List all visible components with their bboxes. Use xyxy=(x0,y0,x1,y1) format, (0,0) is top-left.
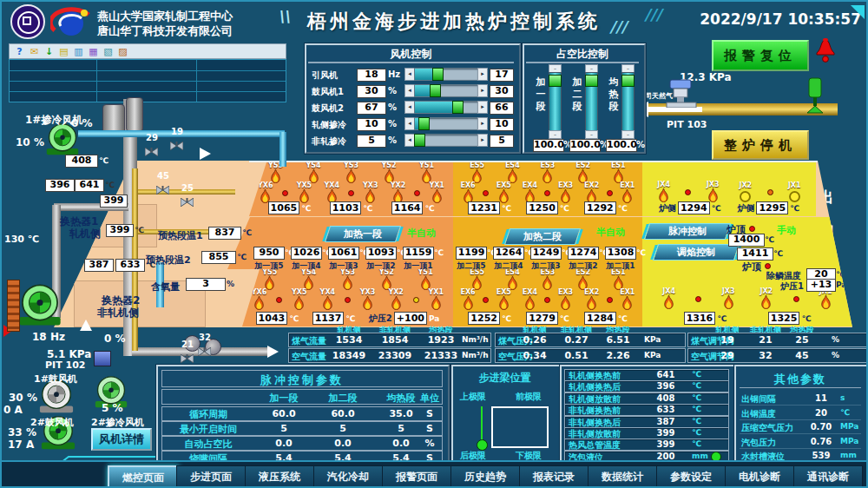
table-cell-value: 1854 xyxy=(369,334,421,346)
fan-slider-thumb[interactable] xyxy=(432,68,444,81)
valve-icon[interactable] xyxy=(170,137,183,146)
zone-temp-unit: ℃ xyxy=(289,314,299,323)
duty-slider-thumb[interactable] xyxy=(621,75,635,87)
pulse-cell-value[interactable]: % xyxy=(402,438,457,449)
fan-slider-track[interactable] xyxy=(414,68,478,81)
burner-label: YX1 xyxy=(429,181,444,189)
folder-icon[interactable]: ▤ xyxy=(58,46,69,57)
templist-value: 408 xyxy=(648,393,683,403)
heating-zone1-button[interactable]: 加热一段 xyxy=(325,226,401,242)
help-icon[interactable]: ? xyxy=(14,46,25,57)
fan-setpoint-input[interactable]: 67 xyxy=(357,102,386,115)
alarm-reset-button[interactable]: 报警复位 xyxy=(712,40,809,71)
pulse-cell-value[interactable]: 60.0 xyxy=(256,408,312,419)
valve-icon[interactable] xyxy=(198,343,211,352)
zone-temp-item: 1279℃ xyxy=(526,312,569,325)
fan-setpoint-input[interactable]: 10 xyxy=(357,118,386,131)
burner-unit: YX5 xyxy=(293,181,315,203)
gas-shutoff-valve-icon[interactable] xyxy=(806,76,825,115)
flame-icon xyxy=(431,296,442,310)
nav-tab-7[interactable]: 报表记录 xyxy=(519,465,589,488)
fan-setpoint-input[interactable]: 18 xyxy=(357,69,386,82)
slider-right-arrow[interactable]: ▸ xyxy=(477,68,488,81)
zone2-mode: 半自动 xyxy=(596,226,625,239)
zone-temp-value: 1292 xyxy=(584,201,616,214)
duty-slider-down[interactable]: – xyxy=(549,130,562,139)
nav-tab-9[interactable]: 参数设定 xyxy=(656,465,726,488)
table-cell-value: 45 xyxy=(776,350,828,361)
pulse-title: 脉冲控制参数 xyxy=(162,373,442,388)
burner-label: YS3 xyxy=(344,162,358,169)
pulse-cell-value[interactable]: 0.0 xyxy=(315,438,371,449)
pulse-cell-value[interactable]: 5 xyxy=(256,423,312,434)
nav-tab-8[interactable]: 数据统计 xyxy=(588,465,657,488)
valve-icon[interactable] xyxy=(156,181,169,190)
fan-slider-track[interactable] xyxy=(414,134,478,147)
nav-tab-11[interactable]: 通讯诊断 xyxy=(793,465,863,488)
fan-slider-thumb[interactable] xyxy=(418,117,430,130)
slider-right-arrow[interactable]: ▸ xyxy=(477,117,488,130)
burner-status-dot xyxy=(544,297,550,303)
fan-setpoint-input[interactable]: 30 xyxy=(357,85,386,98)
report-icon[interactable]: ▦ xyxy=(88,46,99,57)
nav-tab-5[interactable]: 报警页面 xyxy=(382,465,451,488)
duty-slider-track[interactable] xyxy=(549,72,562,131)
duty-slider-track[interactable] xyxy=(585,72,598,131)
duty-slider-thumb[interactable] xyxy=(585,75,598,87)
slider-right-arrow[interactable]: ▸ xyxy=(477,84,488,97)
flame-control-button-label: 调焰控制 xyxy=(677,246,715,259)
valve-icon[interactable] xyxy=(181,350,194,359)
pulse-cell-value[interactable]: 60.0 xyxy=(315,408,371,419)
fan-setpoint-input[interactable]: 5 xyxy=(357,135,386,148)
flame-control-button[interactable]: 调焰控制 xyxy=(653,244,740,260)
pulse-cell-value[interactable]: 5 xyxy=(315,423,371,434)
nav-tab-3[interactable]: 液压系统 xyxy=(245,465,314,488)
fan-slider-thumb[interactable] xyxy=(430,84,441,97)
mail-icon[interactable]: ✉ xyxy=(29,46,40,57)
window-icon[interactable]: ▧ xyxy=(102,46,114,57)
lock-icon[interactable] xyxy=(132,46,143,57)
fan-detail-button[interactable]: 风机详情 xyxy=(91,428,152,451)
heating-zone2-button[interactable]: 加热二段 xyxy=(504,228,581,245)
pulse-cell-value[interactable]: S xyxy=(402,423,457,434)
zone-temp-item: 炉压2+100Pa xyxy=(369,312,440,325)
nav-tab-4[interactable]: 汽化冷却 xyxy=(313,465,383,488)
duty-slider-track[interactable] xyxy=(621,72,635,131)
valve-icon[interactable] xyxy=(145,143,158,152)
pulse-cell-value[interactable]: S xyxy=(402,408,457,419)
nav-tab-10[interactable]: 电机诊断 xyxy=(725,465,794,488)
fan-control-panel: 风机控制引风机18Hz◂▸17鼓风机130%◂▸30鼓风机267%◂▸66轧侧掺… xyxy=(305,43,521,154)
flame-icon xyxy=(463,296,474,310)
fan-slider-track[interactable] xyxy=(414,117,478,130)
duty-slider-thumb[interactable] xyxy=(549,75,562,87)
pulse-row-label: 最小开启时间 xyxy=(165,423,252,436)
table-unit: % xyxy=(832,351,839,359)
fan-slider-thumb[interactable] xyxy=(414,134,425,147)
burner-row: YX6YX5YX4YX3YX2YX1 xyxy=(249,181,453,203)
fan-slider-track[interactable] xyxy=(414,101,478,114)
nav-tab-label: 燃控页面 xyxy=(122,471,164,485)
furnace-stop-button[interactable]: 整炉停机 xyxy=(712,130,809,160)
burner-row: JX4JX3JX2JX1 xyxy=(642,179,816,202)
zone-temp-unit: ℃ xyxy=(502,204,511,213)
pulse-cell-value[interactable]: 0.0 xyxy=(256,438,312,449)
burner-unit: ES2 xyxy=(572,162,595,183)
fan-slider-track[interactable] xyxy=(414,84,478,97)
tool-icon[interactable]: ▨ xyxy=(117,46,128,57)
download-icon[interactable]: ↓ xyxy=(43,46,55,57)
slider-right-arrow[interactable]: ▸ xyxy=(477,101,488,114)
burner-label: JX3 xyxy=(707,181,720,188)
fan-slider-thumb[interactable] xyxy=(452,101,464,114)
pulse-control-button[interactable]: 脉冲控制 xyxy=(644,223,731,240)
nav-tab-6[interactable]: 历史趋势 xyxy=(450,465,520,488)
chart-icon[interactable]: ▥ xyxy=(73,46,84,57)
duty-slider-down[interactable]: – xyxy=(621,130,635,139)
fan-row-label: 鼓风机1 xyxy=(312,86,357,97)
pressure1-unit: Pa xyxy=(836,280,846,289)
nav-tab-1[interactable]: 燃控页面 xyxy=(108,465,179,488)
valve-icon[interactable] xyxy=(181,194,194,202)
nav-tab-2[interactable]: 步进页面 xyxy=(176,465,246,488)
slider-right-arrow[interactable]: ▸ xyxy=(477,134,488,147)
duty-value: 100.0 xyxy=(533,139,564,152)
duty-slider-down[interactable]: – xyxy=(585,130,598,139)
